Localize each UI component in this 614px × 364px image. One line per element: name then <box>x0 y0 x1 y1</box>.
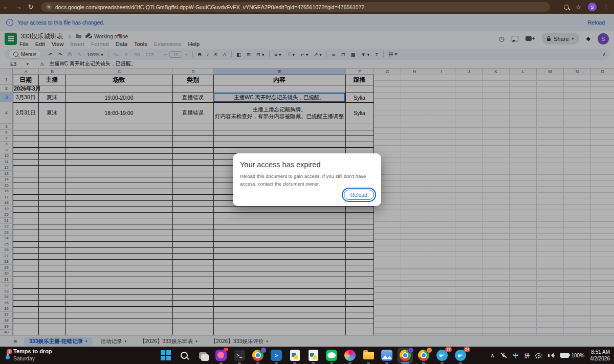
taskbar-app-line[interactable] <box>324 348 339 363</box>
taskbar-app-python-file[interactable] <box>287 348 302 363</box>
taskbar-app-chrome-profile2[interactable] <box>416 348 431 363</box>
dialog-title: Your access has expired <box>240 161 374 169</box>
screen: ← → ↻ ≈ docs.google.com/spreadsheets/d/1… <box>0 0 614 364</box>
taskbar-app-task-view[interactable] <box>195 348 210 363</box>
tray-time: 8:51 AM <box>590 349 610 355</box>
running-indicator <box>385 362 388 363</box>
wifi-icon[interactable] <box>535 353 542 358</box>
notification-badge: 54 <box>464 347 470 352</box>
dialog-body: Reload this document to gain access. If … <box>240 173 374 188</box>
access-expired-dialog: Your access has expired Reload this docu… <box>233 153 381 206</box>
bookmark-star-icon[interactable]: ☆ <box>576 4 581 11</box>
system-tray: ∧ 中 拼 × 100% 8:51 AM 4/2/2026 <box>490 347 610 364</box>
taskbar-app-telegram[interactable]: 54 <box>453 348 468 363</box>
notification-badge: 38 <box>445 347 452 352</box>
running-indicator <box>367 362 370 363</box>
mic-muted-icon[interactable] <box>500 352 507 358</box>
thermometer-icon: 3 <box>5 350 9 359</box>
tray-date: 4/2/2026 <box>590 355 610 362</box>
running-indicator <box>401 362 409 363</box>
taskbar-app-start[interactable] <box>158 348 173 363</box>
back-icon[interactable]: ← <box>0 3 12 11</box>
taskbar-app-chrome-profile[interactable] <box>250 348 266 363</box>
reload-icon[interactable]: ↻ <box>25 3 37 11</box>
weather-badge: 3 <box>7 349 12 354</box>
taskbar-app-chrome-active[interactable] <box>398 348 413 363</box>
address-bar[interactable]: ≈ docs.google.com/spreadsheets/d/1fC-Q7L… <box>41 2 550 12</box>
ime-chinese-indicator[interactable]: 中 <box>513 352 518 359</box>
running-indicator <box>256 362 259 363</box>
ime-pinyin-indicator[interactable]: 拼 <box>524 352 530 359</box>
running-indicator <box>441 362 444 363</box>
forward-icon[interactable]: → <box>12 3 25 11</box>
url-text: docs.google.com/spreadsheets/d/1fC-Q7LGm… <box>55 4 364 10</box>
weather-widget[interactable]: 3 Temps to drop Saturday <box>5 348 52 362</box>
taskbar-app-photos[interactable] <box>379 348 394 363</box>
notification-badge <box>224 348 228 351</box>
browser-menu-icon[interactable]: ⋮ <box>603 4 609 10</box>
zoom-search-icon[interactable] <box>564 5 569 10</box>
running-indicator <box>238 362 241 363</box>
running-indicator <box>330 362 333 363</box>
taskbar-app-telegram[interactable]: 38 <box>434 348 450 363</box>
taskbar-apps: >_>3854 <box>157 348 470 363</box>
browser-avatar[interactable]: S <box>588 3 597 11</box>
taskbar-app-terminal[interactable]: >_ <box>232 348 247 363</box>
taskbar-app-powershell[interactable]: > <box>269 348 284 363</box>
running-indicator <box>220 362 223 363</box>
running-indicator <box>422 362 425 363</box>
battery-icon <box>560 353 569 358</box>
taskbar: 3 Temps to drop Saturday >_>3854 ∧ 中 拼 ×… <box>0 347 614 364</box>
taskbar-app-search[interactable] <box>177 348 192 363</box>
running-indicator <box>275 362 278 363</box>
taskbar-app-chat-app[interactable] <box>213 348 229 363</box>
tray-chevron-icon[interactable]: ∧ <box>490 352 494 359</box>
clock[interactable]: 8:51 AM 4/2/2026 <box>590 349 610 362</box>
taskbar-app-copilot[interactable] <box>342 348 358 363</box>
taskbar-app-python-file[interactable] <box>305 348 321 363</box>
weather-headline: Temps to drop <box>13 348 52 355</box>
volume-muted-icon[interactable]: × <box>548 353 555 358</box>
running-indicator <box>348 362 352 363</box>
weather-subline: Saturday <box>13 355 52 362</box>
taskbar-app-file-explorer[interactable] <box>361 348 376 363</box>
running-indicator <box>293 362 296 363</box>
browser-chrome: ← → ↻ ≈ docs.google.com/spreadsheets/d/1… <box>0 0 614 14</box>
running-indicator <box>312 362 315 363</box>
reload-button[interactable]: Reload <box>344 190 374 200</box>
running-indicator <box>459 362 462 363</box>
site-info-icon[interactable]: ≈ <box>46 4 52 10</box>
battery-indicator[interactable]: 100% <box>560 353 584 358</box>
